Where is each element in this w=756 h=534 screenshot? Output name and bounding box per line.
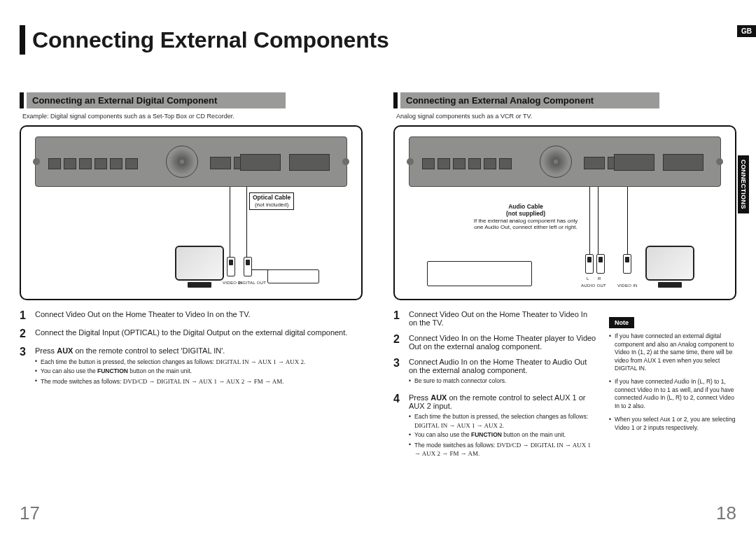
steps-digital: 1 Connect Video Out on the Home Theater … [20, 310, 363, 387]
page-number-left: 17 [20, 503, 40, 524]
fan-icon [166, 146, 198, 178]
note-box: Note If you have connected an external d… [609, 317, 736, 437]
step-item: 2 Connect the Digital Input (OPTICAL) to… [20, 328, 363, 339]
step-text: Connect Audio In on the Home Theater to … [409, 358, 596, 386]
callout-body: If the external analog component has onl… [470, 218, 581, 230]
tv-icon [645, 246, 694, 288]
step-number: 4 [393, 393, 403, 459]
plug-label-video: VIDEO IN [617, 283, 638, 288]
callout-title: Optical Cable [253, 195, 290, 202]
page-title: Connecting External Components [32, 27, 389, 53]
scart-port [240, 154, 281, 171]
plug-icon [244, 257, 252, 276]
step-item: 3 Press AUX on the remote control to sel… [20, 346, 363, 387]
step-item: 1 Connect Video Out on the Home Theater … [20, 310, 363, 321]
step-text: Press AUX on the remote control to selec… [409, 393, 596, 459]
step-number: 3 [393, 358, 403, 386]
step-item: 4 Press AUX on the remote control to sel… [393, 393, 596, 459]
plug-icon [623, 254, 631, 274]
step-item: 3 Connect Audio In on the Home Theater t… [393, 358, 596, 386]
step-text: Connect Video Out on the Home Theater to… [35, 310, 251, 321]
plug-label-r: R [598, 276, 601, 281]
page-number-right: 18 [716, 503, 736, 524]
diagram-digital: Optical Cable (not included) VIDEO IN DI… [20, 125, 363, 300]
heading-accent [20, 92, 24, 108]
step-text: Connect the Digital Input (OPTICAL) to t… [35, 328, 347, 339]
tv-icon [175, 246, 224, 288]
note-item: When you select Aux 1 or 2, you are sele… [609, 416, 736, 432]
plug-icon [596, 254, 605, 274]
step-number: 2 [20, 328, 29, 339]
right-column: Connecting an External Analog Component … [393, 92, 736, 467]
step-number: 3 [20, 346, 29, 387]
step-item: 1 Connect Video Out on the Home Theater … [393, 310, 596, 327]
steps-analog: 1 Connect Video Out on the Home Theater … [393, 310, 596, 460]
callout-sub: (not included) [253, 202, 290, 208]
plug-icon [585, 254, 594, 274]
heading-accent [393, 92, 398, 108]
vcr-icon [427, 261, 532, 286]
step-text: Connect Video Out on the Home Theater to… [409, 310, 596, 327]
section-heading-digital: Connecting an External Digital Component [20, 92, 363, 108]
fan-icon [540, 146, 572, 178]
step-item: 2 Connect Video In on the Home Theater p… [393, 334, 596, 351]
step-number: 1 [20, 310, 29, 321]
language-flag: GB [737, 25, 756, 37]
section-title: Connecting an External Digital Component [27, 92, 286, 108]
step-number: 2 [393, 334, 403, 351]
section-title: Connecting an External Analog Component [400, 92, 659, 108]
step-number: 1 [393, 310, 403, 327]
section-heading-analog: Connecting an External Analog Component [393, 92, 736, 108]
note-item: If you have connected Audio In (L, R) to… [609, 378, 736, 410]
note-item: If you have connected an external digita… [609, 332, 736, 372]
page-title-bar: Connecting External Components [20, 25, 736, 55]
rear-panel [35, 136, 347, 187]
plug-icon [227, 257, 235, 276]
scart-port [663, 154, 704, 171]
left-column: Connecting an External Digital Component… [20, 92, 363, 467]
callout-sub: (not supplied) [470, 211, 581, 218]
section-subtext: Example: Digital signal components such … [22, 113, 363, 120]
scart-port [614, 154, 654, 171]
title-accent [20, 25, 25, 55]
note-label: Note [609, 317, 634, 328]
scart-port [289, 154, 330, 171]
diagram-analog: Audio Cable (not supplied) If the extern… [393, 125, 736, 300]
plug-label-audio: AUDIO OUT [581, 283, 606, 288]
settop-box-icon [267, 269, 319, 283]
section-subtext: Analog signal components such as a VCR o… [396, 113, 736, 120]
step-text: Connect Video In on the Home Theater pla… [409, 334, 596, 351]
step-text: Press AUX on the remote control to selec… [35, 346, 305, 387]
plug-label: DIGITAL OUT [238, 281, 266, 285]
plug-label-l: L [587, 276, 589, 281]
section-tab-connections: CONNECTIONS [738, 155, 749, 213]
rear-panel [409, 136, 721, 187]
